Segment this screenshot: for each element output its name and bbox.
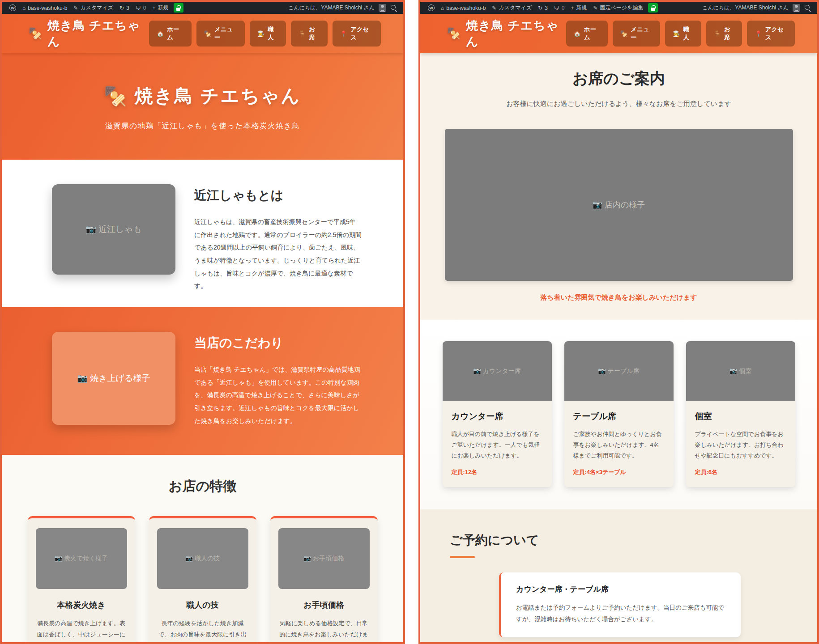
- house-icon: 🏠: [157, 30, 164, 37]
- seat-card-table: 📷 テーブル席 テーブル席 ご家族やお仲間とゆっくりとお食事をお楽しみいただけま…: [564, 341, 674, 487]
- nav-craftsman-label: 職人: [683, 25, 694, 42]
- hero-title: 🍢 焼き鳥 チエちゃん: [2, 84, 403, 108]
- features-heading: お店の特徴: [2, 477, 403, 496]
- site-logo[interactable]: 🍢 焼き鳥 チエちゃん: [447, 17, 566, 50]
- avatar: [379, 4, 386, 12]
- nav-menu[interactable]: 🍢 メニュー: [196, 21, 245, 47]
- reservation-heading: ご予約について: [450, 532, 817, 549]
- edit-page-menu[interactable]: ✎ 固定ページを編集: [590, 2, 647, 14]
- main-nav: 🏠 ホーム 🍢 メニュー 🧑‍🍳 職人 🪑 お席 📍 アクセス: [566, 21, 795, 47]
- home-icon: ⌂: [22, 5, 26, 11]
- camera-icon-label: 📷 カウンター席: [473, 367, 521, 375]
- about-text: 近江しゃもとは 近江しゃもは、滋賀県の畜産技術振興センターで平成5年に作出された…: [194, 184, 362, 307]
- updates-menu[interactable]: ↻ 3: [116, 2, 132, 14]
- seat-image-placeholder: 📷 テーブル席: [564, 341, 674, 401]
- site-name-menu[interactable]: ⌂ base-washoku-b: [19, 2, 70, 14]
- about-heading: 近江しゃもとは: [194, 187, 362, 204]
- seat-title: カウンター席: [452, 411, 543, 422]
- customize-menu[interactable]: ✎ カスタマイズ: [489, 2, 535, 14]
- customize-menu[interactable]: ✎ カスタマイズ: [70, 2, 116, 14]
- edit-page-label: 固定ページを編集: [600, 4, 644, 12]
- updates-count: 3: [126, 5, 129, 11]
- reservation-section: ご予約について カウンター席・テーブル席 お電話または予約フォームよりご予約いた…: [420, 509, 817, 644]
- seat-text: ご家族やお仲間とゆっくりとお食事をお楽しみいただけます。4名様までご利用可能です…: [573, 429, 665, 461]
- site-name-label: base-washoku-b: [28, 5, 67, 11]
- search-icon[interactable]: [390, 4, 397, 11]
- site-header: 🍢 焼き鳥 チエちゃん 🏠 ホーム 🍢 メニュー 🧑‍🍳 職人 🪑 お席: [2, 14, 403, 53]
- comments-count: 0: [562, 5, 565, 11]
- new-content-menu[interactable]: + 新規: [149, 2, 172, 14]
- nav-access[interactable]: 📍 アクセス: [333, 21, 381, 47]
- commitment-image-placeholder: 📷 焼き上げる様子: [52, 332, 175, 425]
- commitment-body: 当店「焼き鳥 チエちゃん」では、滋賀県特産の高品質地鶏である「近江しゃも」を使用…: [194, 363, 362, 427]
- hero-subtitle: 滋賀県の地鶏「近江しゃも」を使った本格炭火焼き鳥: [2, 121, 403, 131]
- comments-menu[interactable]: 🗨 0: [132, 2, 149, 14]
- new-content-menu[interactable]: + 新規: [568, 2, 590, 14]
- nav-menu[interactable]: 🍢 メニュー: [613, 21, 660, 47]
- camera-icon-label: 📷 テーブル席: [598, 367, 639, 375]
- chair-icon: 🪑: [299, 30, 306, 37]
- customize-label: カスタマイズ: [499, 4, 532, 12]
- feature-title: 職人の技: [157, 600, 248, 610]
- seat-capacity: 定員:12名: [452, 468, 543, 476]
- page-subtitle: お客様に快適にお過ごしいただけるよう、様々なお席をご用意しています: [420, 100, 817, 108]
- howdy-greeting[interactable]: こんにちは、YAMABE Shoichi さん: [702, 4, 789, 12]
- avatar: [793, 4, 800, 12]
- nav-home[interactable]: 🏠 ホーム: [566, 21, 608, 47]
- nav-home[interactable]: 🏠 ホーム: [149, 21, 192, 47]
- new-label: 新規: [576, 4, 587, 12]
- commitment-heading: 当店のこだわり: [194, 335, 362, 352]
- hero-section: 🍢 焼き鳥 チエちゃん 滋賀県の地鶏「近江しゃも」を使った本格炭火焼き鳥: [2, 53, 403, 160]
- seat-card-private: 📷 個室 個室 プライベートな空間でお食事をお楽しみいただけます。お打ち合わせや…: [686, 341, 795, 487]
- wp-logo-menu[interactable]: W: [425, 2, 438, 14]
- customize-label: カスタマイズ: [80, 4, 113, 12]
- skewer-icon: 🍢: [29, 27, 43, 40]
- site-name-menu[interactable]: ⌂ base-washoku-b: [438, 2, 489, 14]
- commitment-section: 📷 焼き上げる様子 当店のこだわり 当店「焼き鳥 チエちゃん」では、滋賀県特産の…: [2, 307, 403, 455]
- comments-menu[interactable]: 🗨 0: [551, 2, 568, 14]
- wordpress-logo-icon: W: [9, 4, 16, 11]
- nav-craftsman-label: 職人: [268, 25, 278, 42]
- nav-seats[interactable]: 🪑 お席: [291, 21, 328, 47]
- reservation-card-text: お電話または予約フォームよりご予約いただけます。当日のご来店も可能ですが、混雑時…: [516, 602, 725, 626]
- feature-text: 気軽に楽しめる価格設定で、日常的に焼き鳥をお楽しみいただけます。: [278, 618, 370, 644]
- howdy-greeting[interactable]: こんにちは、YAMABE Shoichi さん: [288, 4, 375, 12]
- feature-title: 本格炭火焼き: [36, 600, 127, 610]
- camera-icon-label: 📷 お手頃価格: [303, 555, 345, 563]
- seat-text: プライベートな空間でお食事をお楽しみいただけます。お打ち合わせや記念日にもおすす…: [695, 429, 786, 461]
- seat-types-section: 📷 カウンター席 カウンター席 職人が目の前で焼き上げる様子をご覧いただけます。…: [420, 320, 817, 509]
- reservation-card-counter-table: カウンター席・テーブル席 お電話または予約フォームよりご予約いただけます。当日の…: [499, 572, 741, 637]
- nav-home-label: ホーム: [584, 25, 600, 42]
- house-icon: 🏠: [574, 30, 581, 37]
- feature-title: お手頃価格: [278, 600, 370, 610]
- nav-seats[interactable]: 🪑 お席: [706, 21, 742, 47]
- customize-pencil-icon: ✎: [73, 5, 78, 11]
- camera-icon-label: 📷 焼き上げる様子: [77, 373, 150, 384]
- nav-craftsman[interactable]: 🧑‍🍳 職人: [665, 21, 701, 47]
- nav-access[interactable]: 📍 アクセス: [747, 21, 795, 47]
- comments-icon: 🗨: [554, 5, 559, 11]
- wp-admin-bar: W ⌂ base-washoku-b ✎ カスタマイズ ↻ 3 🗨 0 + 新規: [420, 2, 817, 14]
- feature-text: 長年の経験を活かした焼き加減で、お肉の旨味を最大限に引き出します。: [157, 618, 248, 644]
- home-icon: ⌂: [441, 5, 444, 11]
- commitment-text: 当店のこだわり 当店「焼き鳥 チエちゃん」では、滋賀県特産の高品質地鶏である「近…: [194, 332, 362, 455]
- feature-card-price: 📷 お手頃価格 お手頃価格 気軽に楽しめる価格設定で、日常的に焼き鳥をお楽しみい…: [270, 516, 378, 644]
- nav-craftsman[interactable]: 🧑‍🍳 職人: [250, 21, 286, 47]
- skewer-icon: 🍢: [447, 27, 461, 40]
- browser-panel-seats: W ⌂ base-washoku-b ✎ カスタマイズ ↻ 3 🗨 0 + 新規: [418, 0, 819, 644]
- interior-image-placeholder: 📷 店内の様子: [445, 129, 793, 281]
- chair-icon: 🪑: [714, 30, 721, 37]
- seat-image-placeholder: 📷 個室: [686, 341, 795, 401]
- search-icon[interactable]: [804, 4, 811, 11]
- photo-caption: 落ち着いた雰囲気で焼き鳥をお楽しみいただけます: [420, 293, 817, 302]
- seat-cards: 📷 カウンター席 カウンター席 職人が目の前で焼き上げる様子をご覧いただけます。…: [443, 341, 795, 487]
- seat-image-placeholder: 📷 カウンター席: [443, 341, 552, 401]
- wp-logo-menu[interactable]: W: [6, 2, 19, 14]
- site-logo[interactable]: 🍢 焼き鳥 チエちゃん: [29, 17, 149, 50]
- features-section: お店の特徴 📷 炭火で焼く様子 本格炭火焼き 備長炭の高温で焼き上げます。表面は…: [2, 455, 403, 644]
- camera-icon-label: 📷 炭火で焼く様子: [54, 555, 108, 563]
- nav-seats-label: お席: [724, 25, 734, 42]
- updates-menu[interactable]: ↻ 3: [535, 2, 551, 14]
- nav-home-label: ホーム: [167, 25, 184, 42]
- lock-icon: [176, 8, 180, 11]
